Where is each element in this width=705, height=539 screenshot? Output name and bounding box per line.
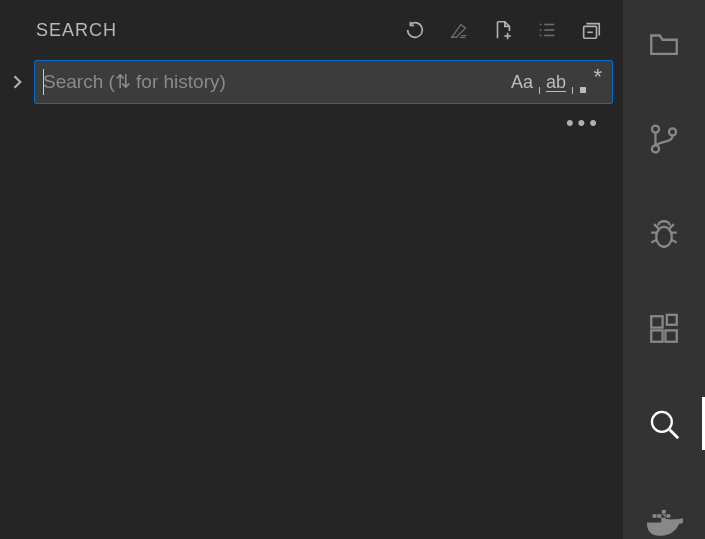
activity-search[interactable] [623,403,705,444]
activity-debug[interactable] [623,214,705,255]
svg-rect-8 [651,316,662,327]
svg-point-2 [540,35,542,37]
svg-point-4 [652,126,659,133]
branch-icon [647,122,681,156]
search-input[interactable] [35,61,510,103]
docker-whale-icon [645,500,683,538]
refresh-icon[interactable] [403,18,427,42]
clear-results-icon[interactable] [447,18,471,42]
search-input-container: Aa ab * [34,60,613,104]
svg-rect-10 [665,330,676,341]
extensions-icon [647,312,681,346]
collapse-all-icon[interactable] [579,18,603,42]
more-options-icon[interactable]: ••• [566,112,601,134]
svg-rect-9 [651,330,662,341]
svg-point-6 [669,129,676,136]
activity-source-control[interactable] [623,119,705,160]
regex-toggle[interactable]: * [578,68,602,96]
search-panel: SEARCH Aa [0,0,623,539]
activity-explorer[interactable] [623,24,705,65]
whole-word-toggle[interactable]: ab [544,68,568,96]
bug-icon [647,217,681,251]
header-actions [403,18,603,42]
folder-icon [647,27,681,61]
svg-point-1 [540,29,542,31]
panel-header: SEARCH [0,8,623,60]
activity-docker[interactable] [623,498,705,539]
panel-title: SEARCH [36,20,117,41]
match-case-toggle[interactable]: Aa [510,68,534,96]
activity-extensions[interactable] [623,308,705,349]
expand-search-chevron-icon[interactable] [8,62,28,102]
search-icon [647,407,681,441]
search-input-options: Aa ab * [510,68,612,96]
new-file-icon[interactable] [491,18,515,42]
svg-point-7 [656,227,672,247]
text-cursor [43,69,44,95]
activity-bar [623,0,705,539]
search-row: Aa ab * [0,60,623,104]
svg-rect-11 [667,315,677,325]
svg-point-5 [652,146,659,153]
svg-point-12 [652,412,672,432]
view-list-icon[interactable] [535,18,559,42]
svg-point-0 [540,24,542,26]
more-options-row: ••• [0,104,623,134]
